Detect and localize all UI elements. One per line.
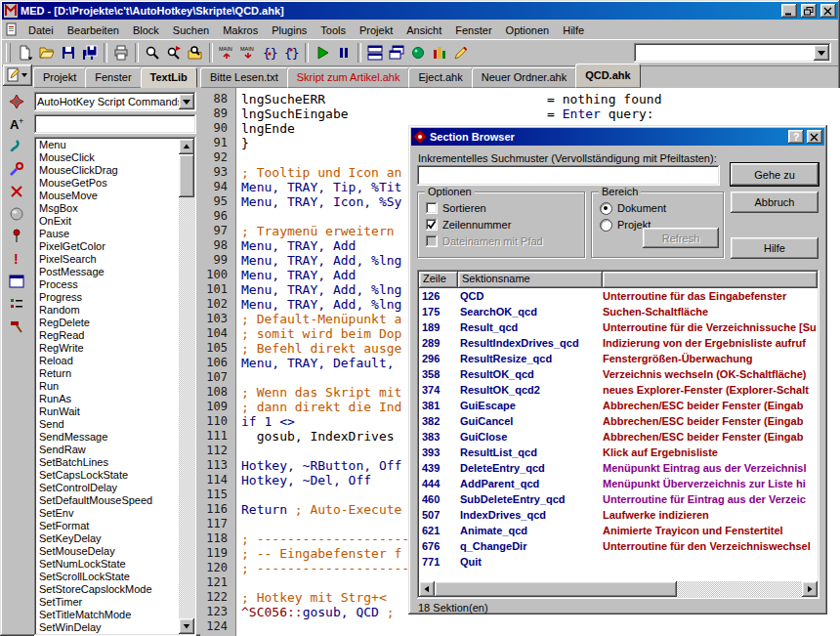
command-category-combobox[interactable]: AutoHotKey Script Commands <box>34 92 196 111</box>
app-icon[interactable] <box>4 4 18 18</box>
menu-item-hilfe[interactable]: Hilfe <box>556 22 591 38</box>
section-row[interactable]: 296ResultResize_qcdFenstergrößen-Überwac… <box>419 351 818 366</box>
code-line[interactable]: 88lngSucheERR = nothing found <box>200 92 840 106</box>
wrench-button[interactable] <box>5 158 28 180</box>
edit-pencil-button[interactable] <box>450 42 472 64</box>
command-list-item[interactable]: RegRead <box>36 329 179 342</box>
command-list-scrollbar[interactable] <box>179 139 194 634</box>
section-row[interactable]: 126QCDUnterroutine für das Eingabefenste… <box>419 288 818 304</box>
command-list-item[interactable]: SetMouseDelay <box>36 545 179 558</box>
command-list-item[interactable]: SendRaw <box>36 444 179 456</box>
scroll-down-icon[interactable] <box>179 618 194 634</box>
section-row[interactable]: 358ResultOK_qcdVerzeichnis wechseln (OK-… <box>419 366 818 382</box>
document-system-icon[interactable] <box>5 22 20 37</box>
find-next-button[interactable] <box>163 42 185 64</box>
menu-item-tools[interactable]: Tools <box>314 22 353 38</box>
minimize-button[interactable] <box>781 4 797 18</box>
section-row[interactable]: 383GuiCloseAbbrechen/ESC beider Fenster … <box>419 429 818 445</box>
scroll-thumb[interactable] <box>179 154 194 197</box>
checkbox-zeilennummer[interactable]: Zeilennummer <box>426 217 584 233</box>
goto-button[interactable]: Gehe zu <box>731 163 819 186</box>
command-list-item[interactable]: OnExit <box>36 215 179 228</box>
section-row[interactable]: 507IndexDrives_qcdLaufwerke indizieren <box>419 507 818 523</box>
print-button[interactable] <box>110 42 132 64</box>
command-list-item[interactable]: MouseMove <box>36 190 179 202</box>
command-category-dropdown-icon[interactable] <box>179 94 194 109</box>
command-list-item[interactable]: SetStoreCapslockMode <box>36 583 179 596</box>
command-list-item[interactable]: Reload <box>36 355 179 367</box>
command-list-item[interactable]: SetControlDelay <box>36 482 179 494</box>
find-button[interactable] <box>142 42 163 64</box>
menu-item-makros[interactable]: Makros <box>216 22 265 38</box>
command-list-item[interactable]: MouseGetPos <box>36 177 179 190</box>
columns-button[interactable] <box>429 42 450 64</box>
editor-tab-neuer-ordner-ahk[interactable]: Neuer Ordner.ahk <box>472 67 576 88</box>
hscroll-thumb[interactable] <box>435 581 677 597</box>
command-list-item[interactable]: MouseClickDrag <box>36 164 179 177</box>
goto-main-prev-button[interactable]: MAIN <box>216 42 237 64</box>
hammer-button[interactable] <box>5 316 28 337</box>
command-list-item[interactable]: SetKeyDelay <box>36 532 179 545</box>
find-in-files-button[interactable] <box>185 42 206 64</box>
tools-button[interactable] <box>5 136 28 157</box>
code-line[interactable]: 124 <box>200 619 840 634</box>
menu-item-datei[interactable]: Datei <box>21 22 61 38</box>
section-row[interactable]: 771Quit <box>419 554 818 570</box>
column-header-zeile[interactable]: Zeile <box>419 272 458 288</box>
record-macro-button[interactable] <box>407 42 429 64</box>
section-row[interactable]: 374ResultOK_qcd2neues Explorer-Fenster (… <box>419 382 818 398</box>
alert-button[interactable]: ! <box>5 248 28 270</box>
hscroll-track[interactable] <box>677 581 802 597</box>
restore-button[interactable] <box>801 4 817 18</box>
brace-next-button[interactable]: {} <box>280 42 302 64</box>
checkbox-sortieren[interactable]: Sortieren <box>426 200 584 216</box>
goto-main-next-button[interactable]: MAIN <box>237 42 259 64</box>
scroll-right-icon[interactable] <box>802 581 818 597</box>
section-row[interactable]: 175SearchOK_qcdSuchen-Schaltfläche <box>419 304 818 319</box>
command-list-item[interactable]: Pause <box>36 228 179 240</box>
command-list-item[interactable]: SendMessage <box>36 431 179 444</box>
outline-button[interactable] <box>5 293 28 315</box>
command-list-item[interactable]: SetNumLockState <box>36 558 179 571</box>
command-list-item[interactable]: SetFormat <box>36 520 179 532</box>
section-row[interactable]: 444AddParent_qcdMenüpunkt Überverzeichni… <box>419 476 818 491</box>
command-list-item[interactable]: Run <box>36 380 179 393</box>
editor-tab-eject-ahk[interactable]: Eject.ahk <box>408 67 472 88</box>
toolbar-combobox-dropdown-icon[interactable] <box>814 45 829 61</box>
section-row[interactable]: 189Result_qcdUnterroutine für die Verzei… <box>419 319 818 335</box>
menu-item-bearbeiten[interactable]: Bearbeiten <box>61 22 126 38</box>
section-row[interactable]: 382GuiCancelAbbrechen/ESC beider Fenster… <box>419 413 818 429</box>
table-horizontal-scrollbar[interactable] <box>419 581 818 597</box>
editor-tab-skript-zum-artikel-ahk[interactable]: Skript zum Artikel.ahk <box>287 67 410 88</box>
section-row[interactable]: 289ResultIndexDrives_qcdIndizierung von … <box>419 335 818 351</box>
command-list-item[interactable]: SetBatchLines <box>36 456 179 469</box>
sidebar-tab-fenster[interactable]: Fenster <box>85 67 141 88</box>
menu-item-ansicht[interactable]: Ansicht <box>399 22 448 38</box>
menu-item-projekt[interactable]: Projekt <box>353 22 399 38</box>
section-row[interactable]: 381GuiEscapeAbbrechen/ESC beider Fenster… <box>419 398 818 413</box>
scroll-left-icon[interactable] <box>419 581 435 597</box>
new-file-button[interactable] <box>15 42 36 64</box>
menu-item-suchen[interactable]: Suchen <box>166 22 216 38</box>
menu-item-plugins[interactable]: Plugins <box>265 22 314 38</box>
search-pattern-input[interactable] <box>417 165 720 186</box>
command-list-item[interactable]: RunAs <box>36 393 179 405</box>
command-list-item[interactable]: SetScrollLockState <box>36 571 179 583</box>
command-list-item[interactable]: MouseClick <box>36 151 179 164</box>
section-row[interactable]: 621Animate_qcdAnimierte Trayicon und Fen… <box>419 523 818 538</box>
command-filter-input[interactable] <box>34 114 196 134</box>
section-row[interactable]: 676q_ChangeDirUnterroutine für den Verze… <box>419 538 818 554</box>
dialog-close-button[interactable] <box>807 130 822 144</box>
command-list-item[interactable]: PixelSearch <box>36 253 179 266</box>
sidebar-tab-textlib[interactable]: TextLib <box>141 67 197 88</box>
command-list-item[interactable]: Send <box>36 418 179 431</box>
navigator-button[interactable] <box>5 91 28 112</box>
pin-button[interactable] <box>5 226 28 247</box>
command-list-item[interactable]: Progress <box>36 291 179 304</box>
command-list-item[interactable]: Process <box>36 278 179 291</box>
column-header-sektionsname[interactable]: Sektionsname <box>458 272 603 288</box>
command-list-item[interactable]: Return <box>36 367 179 380</box>
editor-tab-qcd-ahk[interactable]: QCD.ahk <box>575 64 640 88</box>
section-row[interactable]: 439DeleteEntry_qcdMenüpunkt Eintrag aus … <box>419 460 818 476</box>
save-all-button[interactable] <box>79 42 101 64</box>
